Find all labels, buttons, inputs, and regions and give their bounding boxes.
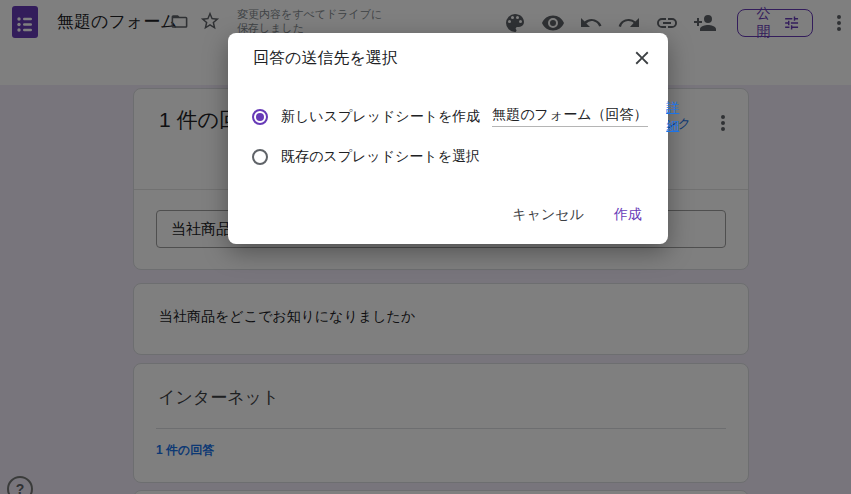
select-response-destination-dialog: 回答の送信先を選択 新しいスプレッドシートを作成 詳細 既存のスプレッドシートを…	[228, 33, 668, 244]
option-existing-label: 既存のスプレッドシートを選択	[281, 148, 480, 166]
google-forms-page: 無題のフォーム 変更内容をすべてドライブに保存しました	[0, 0, 851, 494]
option-new-spreadsheet: 新しいスプレッドシートを作成 詳細	[252, 99, 679, 135]
close-icon[interactable]	[631, 47, 653, 69]
sheet-name-input[interactable]	[492, 107, 648, 127]
details-link[interactable]: 詳細	[666, 99, 679, 135]
dialog-footer: キャンセル 作成	[500, 198, 654, 232]
create-button[interactable]: 作成	[602, 198, 654, 232]
radio-new-spreadsheet[interactable]	[252, 109, 268, 125]
cancel-button[interactable]: キャンセル	[500, 198, 596, 232]
dialog-title: 回答の送信先を選択	[253, 48, 398, 69]
option-new-label: 新しいスプレッドシートを作成	[281, 108, 480, 126]
option-existing-spreadsheet: 既存のスプレッドシートを選択	[252, 148, 480, 166]
radio-existing-spreadsheet[interactable]	[252, 149, 268, 165]
